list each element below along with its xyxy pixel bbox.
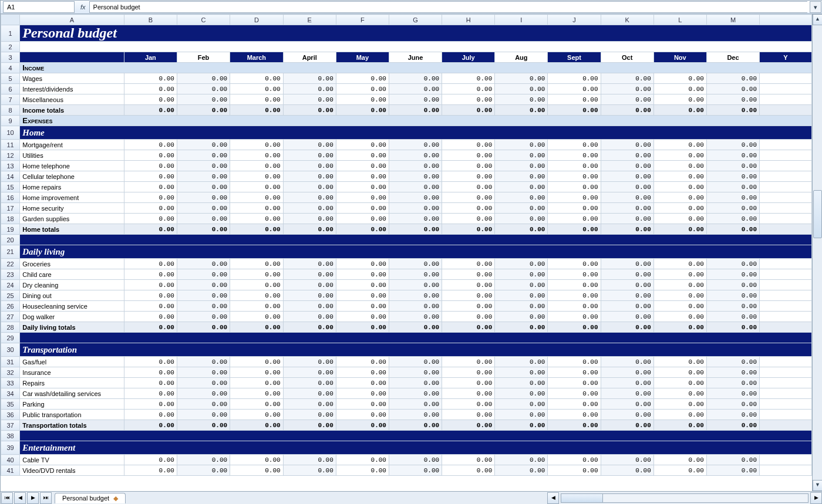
name-box[interactable]: ▾ [3,1,75,13]
cell[interactable]: Y [760,52,812,63]
cell[interactable]: Home totals [20,224,124,235]
cell[interactable]: 0.00 [495,73,548,84]
cell[interactable]: 0.00 [653,357,706,367]
cell[interactable]: 0.00 [706,465,759,476]
cell[interactable]: Entertainment [20,441,812,455]
cell[interactable]: 0.00 [124,140,177,150]
cell[interactable]: Housecleaning service [20,301,124,312]
row-header[interactable]: 13 [1,161,20,171]
cell[interactable]: 0.00 [177,367,230,378]
cell[interactable]: 0.00 [177,94,230,105]
cell[interactable]: 0.00 [601,312,653,322]
cell[interactable]: 0.00 [495,301,548,312]
cell[interactable]: 0.00 [442,140,495,150]
row-header[interactable]: 35 [1,399,20,410]
cell[interactable]: 0.00 [177,105,230,116]
cell[interactable]: 0.00 [495,150,548,161]
cell[interactable] [760,84,812,94]
cell[interactable]: 0.00 [601,203,653,214]
cell[interactable]: 0.00 [124,455,177,465]
cell[interactable]: 0.00 [706,214,759,224]
formula-bar-expand-icon[interactable]: ▾ [810,1,821,13]
cell[interactable]: 0.00 [601,171,653,182]
row-header[interactable]: 9 [1,116,20,126]
cell[interactable]: 0.00 [336,301,389,312]
cell[interactable]: 0.00 [442,203,495,214]
cell[interactable]: 0.00 [495,269,548,280]
cell[interactable]: 0.00 [124,161,177,171]
cell[interactable]: 0.00 [124,399,177,410]
cell[interactable]: 0.00 [283,290,336,301]
cell[interactable]: 0.00 [336,357,389,367]
row-header[interactable]: 21 [1,245,20,259]
cell[interactable]: 0.00 [601,259,653,269]
cell[interactable]: 0.00 [283,214,336,224]
cell[interactable]: 0.00 [706,357,759,367]
row-header[interactable]: 16 [1,192,20,203]
cell[interactable]: 0.00 [548,73,601,84]
column-header[interactable]: I [495,15,548,25]
cell[interactable]: Dining out [20,290,124,301]
cell[interactable] [760,399,812,410]
cell[interactable]: 0.00 [706,94,759,105]
cell[interactable]: 0.00 [230,378,284,388]
cell[interactable]: 0.00 [124,192,177,203]
cell[interactable] [760,388,812,399]
cell[interactable]: 0.00 [124,280,177,290]
cell[interactable]: 0.00 [283,269,336,280]
row-header[interactable]: 3 [1,52,20,63]
cell[interactable]: 0.00 [601,420,653,431]
cell[interactable] [760,73,812,84]
cell[interactable]: 0.00 [283,192,336,203]
cell[interactable]: 0.00 [230,259,284,269]
cell[interactable]: 0.00 [177,171,230,182]
column-header[interactable]: H [442,15,495,25]
cell[interactable]: 0.00 [283,312,336,322]
cell[interactable]: 0.00 [706,192,759,203]
cell[interactable]: 0.00 [124,301,177,312]
cell[interactable]: 0.00 [177,203,230,214]
cell[interactable]: 0.00 [389,465,442,476]
cell[interactable]: 0.00 [495,399,548,410]
cell[interactable]: 0.00 [653,367,706,378]
cell[interactable]: 0.00 [336,455,389,465]
cell[interactable] [760,214,812,224]
row-header[interactable]: 7 [1,94,20,105]
cell[interactable]: 0.00 [177,465,230,476]
cell[interactable]: 0.00 [706,182,759,192]
cell[interactable]: 0.00 [653,388,706,399]
row-header[interactable]: 1 [1,25,20,42]
cell[interactable]: 0.00 [653,161,706,171]
cell[interactable]: 0.00 [283,301,336,312]
cell[interactable]: 0.00 [548,269,601,280]
cell[interactable]: 0.00 [495,312,548,322]
cell[interactable]: 0.00 [230,388,284,399]
cell[interactable] [760,161,812,171]
cell[interactable] [20,333,812,343]
cell[interactable]: 0.00 [706,259,759,269]
cell[interactable]: 0.00 [283,378,336,388]
cell[interactable]: 0.00 [177,192,230,203]
cell[interactable]: 0.00 [177,84,230,94]
cell[interactable]: 0.00 [601,357,653,367]
cell[interactable]: 0.00 [124,378,177,388]
cell[interactable]: 0.00 [124,357,177,367]
cell[interactable] [20,52,124,63]
row-header[interactable]: 36 [1,410,20,420]
cell[interactable]: 0.00 [124,182,177,192]
cell[interactable]: 0.00 [548,224,601,235]
cell[interactable]: 0.00 [706,140,759,150]
cell[interactable]: 0.00 [230,290,284,301]
cell[interactable]: 0.00 [230,105,284,116]
cell[interactable]: 0.00 [495,420,548,431]
cell[interactable]: 0.00 [653,455,706,465]
cell[interactable]: 0.00 [389,94,442,105]
cell[interactable] [760,192,812,203]
cell[interactable]: 0.00 [177,322,230,333]
cell[interactable] [760,290,812,301]
cell[interactable]: Jan [124,52,177,63]
cell[interactable]: 0.00 [495,224,548,235]
cell[interactable]: 0.00 [706,378,759,388]
cell[interactable]: 0.00 [336,94,389,105]
cell[interactable]: 0.00 [653,150,706,161]
